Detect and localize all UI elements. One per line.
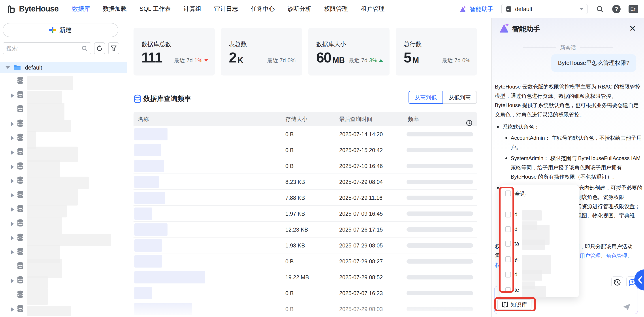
cell-time: 2025-07-29 08:52 bbox=[339, 269, 383, 285]
reply-line: 模型，通过角色进行资源、数据的细粒度权限管控。 bbox=[495, 92, 643, 101]
tree-item-6[interactable] bbox=[0, 160, 127, 174]
database-icon bbox=[17, 176, 24, 185]
stat-trend: 最近 7d 0% bbox=[442, 57, 470, 64]
query-frequency-table: 名称 存储大小 最后查询时间 频率 0 B2025-07-14 14:200 B… bbox=[134, 112, 477, 317]
new-button[interactable]: 新建 bbox=[3, 23, 118, 37]
table-row[interactable]: 1.97 KB2025-07-09 16:45 bbox=[134, 206, 477, 222]
cell-time: 2025-07-10 16:46 bbox=[339, 158, 383, 174]
frequency-bar bbox=[406, 164, 473, 168]
tree-root-default[interactable]: default bbox=[0, 62, 127, 73]
sidebar: 新建 default bbox=[0, 18, 127, 317]
close-icon[interactable]: ✕ bbox=[629, 24, 636, 33]
stat-title: 数据库大小 bbox=[316, 40, 382, 48]
tree-item-4[interactable] bbox=[0, 131, 127, 145]
cell-time: 2025-07-29 08:27 bbox=[339, 254, 383, 269]
send-button[interactable] bbox=[621, 301, 632, 312]
tree-item-0[interactable] bbox=[0, 74, 127, 88]
caret-right-icon bbox=[11, 193, 14, 198]
global-search-button[interactable] bbox=[596, 5, 604, 14]
col-name: 名称 bbox=[138, 112, 149, 126]
cell-size: 1.97 KB bbox=[285, 206, 305, 222]
table-row[interactable]: 0 B2025-07-15 20:42 bbox=[134, 142, 477, 158]
tree-item-12[interactable] bbox=[0, 245, 127, 260]
redacted-name bbox=[134, 271, 205, 284]
redacted-name bbox=[27, 234, 111, 246]
nav-item-8[interactable]: 租户管理 bbox=[361, 5, 385, 13]
nav-item-1[interactable]: 数据加载 bbox=[103, 5, 127, 13]
plus-icon bbox=[49, 27, 56, 33]
database-icon bbox=[17, 91, 24, 100]
workspace-select[interactable]: default bbox=[502, 4, 588, 14]
tree-item-5[interactable] bbox=[0, 146, 127, 160]
tree-item-3[interactable] bbox=[0, 117, 127, 131]
table-row[interactable]: 8.23 KB2025-07-29 08:04 bbox=[134, 174, 477, 190]
redacted-name bbox=[27, 176, 89, 189]
sidebar-search-input[interactable] bbox=[6, 45, 81, 52]
text-link[interactable]: 角色管理 bbox=[606, 253, 627, 259]
col-time: 最后查询时间 bbox=[339, 112, 372, 126]
table-row[interactable]: 7.88 KB2025-07-29 11:16 bbox=[134, 190, 477, 206]
new-session-divider: 新会话 bbox=[492, 44, 644, 51]
cell-time: 2025-07-14 14:20 bbox=[339, 126, 383, 142]
filter-button[interactable] bbox=[108, 42, 119, 54]
redacted-name bbox=[134, 239, 162, 252]
tree-item-1[interactable] bbox=[0, 88, 127, 103]
cell-size: 8.23 KB bbox=[285, 174, 305, 190]
nav-item-2[interactable]: SQL 工作表 bbox=[140, 5, 171, 13]
database-icon bbox=[17, 162, 24, 171]
tree-item-13[interactable] bbox=[0, 260, 127, 274]
assistant-toggle[interactable]: 智能助手 bbox=[459, 5, 494, 13]
refresh-button[interactable] bbox=[94, 42, 105, 54]
database-icon bbox=[17, 290, 24, 299]
nav-item-6[interactable]: 诊断分析 bbox=[288, 5, 312, 13]
table-row[interactable]: 12.23 KB2025-07-26 17:15 bbox=[134, 222, 477, 238]
chevron-left-icon bbox=[638, 276, 642, 284]
col-size: 存储大小 bbox=[285, 112, 308, 126]
table-row[interactable]: 0 B2025-07-14 14:20 bbox=[134, 126, 477, 142]
sort-asc-button[interactable]: 从低到高 bbox=[442, 91, 477, 104]
caret-right-icon bbox=[11, 136, 14, 140]
help-button[interactable]: ? bbox=[612, 5, 620, 13]
tree-item-15[interactable] bbox=[0, 288, 127, 302]
table-row[interactable]: 0 B2025-07-29 08:27 bbox=[134, 254, 477, 269]
table-row[interactable]: 1.93 KB2025-07-29 08:05 bbox=[134, 238, 477, 254]
nav-item-3[interactable]: 计算组 bbox=[184, 5, 202, 13]
text-link[interactable]: 用户管理 bbox=[580, 253, 601, 259]
redacted-name bbox=[27, 91, 62, 104]
tree-item-11[interactable] bbox=[0, 231, 127, 245]
sidebar-search[interactable] bbox=[3, 42, 91, 54]
table-row[interactable]: 0 B2025-07-29 08:03 bbox=[134, 301, 477, 317]
frequency-bar bbox=[406, 259, 473, 264]
brand: ByteHouse bbox=[6, 4, 58, 14]
tree-item-7[interactable] bbox=[0, 174, 127, 188]
tree-item-9[interactable] bbox=[0, 202, 127, 216]
tree-item-16[interactable] bbox=[0, 302, 127, 316]
sort-desc-button[interactable]: 从高到低 bbox=[408, 91, 443, 104]
table-row[interactable]: 0 B2025-07-10 16:46 bbox=[134, 158, 477, 174]
stat-cards: 数据库总数111最近 7d 1%表总数2K最近 7d 0%数据库大小60MB最近… bbox=[134, 28, 477, 76]
caret-down-icon bbox=[6, 66, 10, 69]
table-header: 名称 存储大小 最后查询时间 频率 bbox=[134, 112, 477, 126]
redacted-text bbox=[522, 210, 542, 220]
database-icon bbox=[17, 190, 24, 199]
database-tree bbox=[0, 74, 127, 317]
language-toggle[interactable]: En bbox=[628, 5, 638, 13]
tree-item-8[interactable] bbox=[0, 188, 127, 202]
nav-item-7[interactable]: 权限管理 bbox=[324, 5, 348, 13]
table-row[interactable]: 0 B2025-07-07 16:23 bbox=[134, 285, 477, 301]
database-icon bbox=[17, 148, 24, 156]
table-row[interactable]: 19.22 MB2025-07-29 08:52 bbox=[134, 269, 477, 285]
stat-value: 60 bbox=[316, 50, 331, 66]
tree-item-10[interactable] bbox=[0, 217, 127, 231]
redacted-name bbox=[27, 76, 73, 90]
nav-item-4[interactable]: 审计日志 bbox=[214, 5, 238, 13]
tree-item-2[interactable] bbox=[0, 103, 127, 117]
sort-toggle: 从高到低 从低到高 bbox=[408, 91, 477, 104]
stat-trend: 最近 7d 3% bbox=[349, 57, 383, 64]
annotation-checkbox-highlight bbox=[499, 187, 514, 293]
database-icon bbox=[17, 205, 24, 214]
nav-item-0[interactable]: 数据库 bbox=[72, 5, 90, 13]
tree-item-14[interactable] bbox=[0, 274, 127, 288]
nav-item-5[interactable]: 任务中心 bbox=[251, 5, 275, 13]
caret-right-icon bbox=[11, 165, 14, 169]
